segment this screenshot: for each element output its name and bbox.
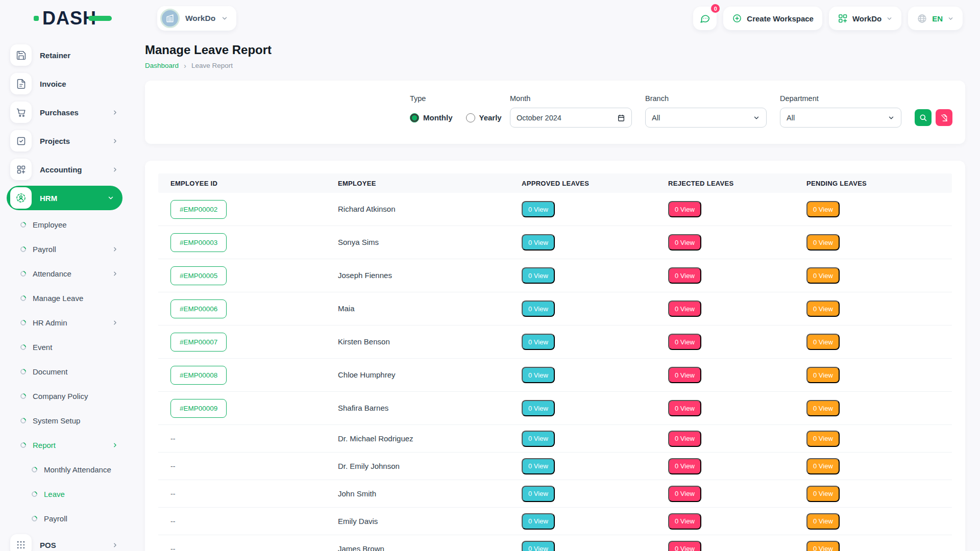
main-content: Manage Leave Report Dashboard › Leave Re…: [131, 37, 980, 551]
sidebar-item-invoice[interactable]: Invoice: [0, 69, 131, 98]
sidebar-subitem-system-setup[interactable]: System Setup: [0, 408, 131, 433]
pending-view-badge[interactable]: 0 View: [806, 431, 840, 447]
pending-view-badge[interactable]: 0 View: [806, 334, 840, 350]
reset-button[interactable]: [936, 109, 952, 126]
rejected-leaves-cell: 0 View: [656, 334, 794, 350]
create-workspace-label: Create Workspace: [747, 14, 814, 23]
pending-view-badge[interactable]: 0 View: [806, 541, 840, 551]
approved-view-badge[interactable]: 0 View: [522, 458, 555, 474]
employee-id-cell: #EMP00002: [158, 200, 326, 219]
sidebar-subitem-attendance[interactable]: Attendance: [0, 261, 131, 286]
pending-leaves-cell: 0 View: [794, 541, 952, 551]
rejected-view-badge[interactable]: 0 View: [668, 431, 701, 447]
employee-id-button[interactable]: #EMP00007: [170, 333, 227, 352]
create-workspace-button[interactable]: Create Workspace: [723, 7, 822, 30]
pending-view-badge[interactable]: 0 View: [806, 300, 840, 317]
sidebar-item-pos[interactable]: POS: [0, 531, 131, 551]
rejected-view-badge[interactable]: 0 View: [668, 367, 701, 383]
approved-view-badge[interactable]: 0 View: [522, 300, 555, 317]
sidebar-subitem-manage-leave[interactable]: Manage Leave: [0, 286, 131, 310]
sidebar-subitem-leave[interactable]: Leave: [0, 482, 131, 506]
employee-id-button[interactable]: #EMP00005: [170, 266, 227, 285]
messages-button[interactable]: 0: [693, 7, 717, 30]
approved-view-badge[interactable]: 0 View: [522, 267, 555, 284]
pending-view-badge[interactable]: 0 View: [806, 513, 840, 530]
pending-view-badge[interactable]: 0 View: [806, 267, 840, 284]
rejected-view-badge[interactable]: 0 View: [668, 300, 701, 317]
rejected-view-badge[interactable]: 0 View: [668, 486, 701, 502]
sidebar-item-label: Projects: [40, 137, 70, 145]
sidebar-subitem-employee[interactable]: Employee: [0, 212, 131, 237]
approved-view-badge[interactable]: 0 View: [522, 201, 555, 217]
dash-logo[interactable]: DASH: [34, 9, 143, 28]
column-header-pending-leaves: PENDING LEAVES: [794, 180, 952, 187]
branch-value: All: [652, 114, 660, 122]
employee-id-button[interactable]: #EMP00003: [170, 233, 227, 252]
employee-id-button[interactable]: #EMP00006: [170, 299, 227, 318]
approved-view-badge[interactable]: 0 View: [522, 334, 555, 350]
table-row: --James Brown0 View0 View0 View: [158, 535, 952, 551]
branch-select[interactable]: All: [645, 108, 767, 128]
accounting-grid-icon: [10, 159, 32, 180]
employee-id-button[interactable]: #EMP00008: [170, 366, 227, 385]
department-select[interactable]: All: [780, 108, 901, 128]
sidebar-subitem-hr-admin[interactable]: HR Admin: [0, 310, 131, 335]
pending-view-badge[interactable]: 0 View: [806, 201, 840, 217]
type-radio-yearly[interactable]: [466, 113, 475, 122]
employee-id-button[interactable]: #EMP00009: [170, 399, 227, 418]
pending-view-badge[interactable]: 0 View: [806, 400, 840, 416]
type-option-monthly[interactable]: Monthly: [410, 113, 453, 122]
rejected-view-badge[interactable]: 0 View: [668, 334, 701, 350]
header-actions: 0 Create Workspace WorkDo EN: [693, 7, 963, 30]
table-row: #EMP00009Shafira Barnes0 View0 View0 Vie…: [158, 392, 952, 425]
workdo-app-menu[interactable]: WorkDo: [829, 7, 901, 30]
approved-view-badge[interactable]: 0 View: [522, 431, 555, 447]
approved-view-badge[interactable]: 0 View: [522, 367, 555, 383]
approved-view-badge[interactable]: 0 View: [522, 541, 555, 551]
rejected-view-badge[interactable]: 0 View: [668, 458, 701, 474]
sidebar-subitem-payroll[interactable]: Payroll: [0, 237, 131, 261]
save-icon: [10, 44, 32, 66]
workspace-switcher[interactable]: WorkDo: [157, 6, 236, 31]
sidebar-subitem-document[interactable]: Document: [0, 359, 131, 384]
approved-view-badge[interactable]: 0 View: [522, 400, 555, 416]
pending-view-badge[interactable]: 0 View: [806, 234, 840, 251]
sidebar-subitem-label: Leave: [44, 490, 65, 498]
sidebar-item-hrm[interactable]: HRM: [7, 186, 122, 210]
pending-view-badge[interactable]: 0 View: [806, 367, 840, 383]
pending-view-badge[interactable]: 0 View: [806, 458, 840, 474]
rejected-view-badge[interactable]: 0 View: [668, 234, 701, 251]
employee-name-cell: Richard Atkinson: [326, 205, 509, 214]
employee-name: Maia: [338, 304, 355, 313]
sidebar-subitem-report[interactable]: Report: [0, 433, 131, 457]
rejected-view-badge[interactable]: 0 View: [668, 267, 701, 284]
pending-view-badge[interactable]: 0 View: [806, 486, 840, 502]
type-option-yearly[interactable]: Yearly: [466, 113, 502, 122]
sidebar-subitem-company-policy[interactable]: Company Policy: [0, 384, 131, 408]
employee-id-empty: --: [170, 462, 175, 470]
rejected-view-badge[interactable]: 0 View: [668, 541, 701, 551]
approved-view-badge[interactable]: 0 View: [522, 513, 555, 530]
rejected-view-badge[interactable]: 0 View: [668, 201, 701, 217]
rejected-view-badge[interactable]: 0 View: [668, 513, 701, 530]
rejected-view-badge[interactable]: 0 View: [668, 400, 701, 416]
bullet-icon: [19, 416, 28, 424]
approved-view-badge[interactable]: 0 View: [522, 486, 555, 502]
sidebar-subitem-monthly-attendance[interactable]: Monthly Attendance: [0, 457, 131, 482]
sidebar-item-purchases[interactable]: Purchases: [0, 98, 131, 127]
approved-view-badge[interactable]: 0 View: [522, 234, 555, 251]
approved-leaves-cell: 0 View: [509, 541, 656, 551]
approved-leaves-cell: 0 View: [509, 458, 656, 474]
breadcrumb-dashboard-link[interactable]: Dashboard: [145, 62, 179, 69]
type-radio-monthly[interactable]: [410, 113, 419, 122]
employee-id-button[interactable]: #EMP00002: [170, 200, 227, 219]
search-button[interactable]: [915, 109, 932, 126]
sidebar-item-retainer[interactable]: Retainer: [0, 41, 131, 69]
month-input[interactable]: October 2024: [510, 108, 632, 128]
sidebar-subitem-payroll[interactable]: Payroll: [0, 506, 131, 531]
language-selector[interactable]: EN: [908, 7, 963, 30]
sidebar-subitem-event[interactable]: Event: [0, 335, 131, 359]
sidebar-item-accounting[interactable]: Accounting: [0, 155, 131, 184]
sidebar-item-projects[interactable]: Projects: [0, 127, 131, 155]
rejected-leaves-cell: 0 View: [656, 431, 794, 447]
